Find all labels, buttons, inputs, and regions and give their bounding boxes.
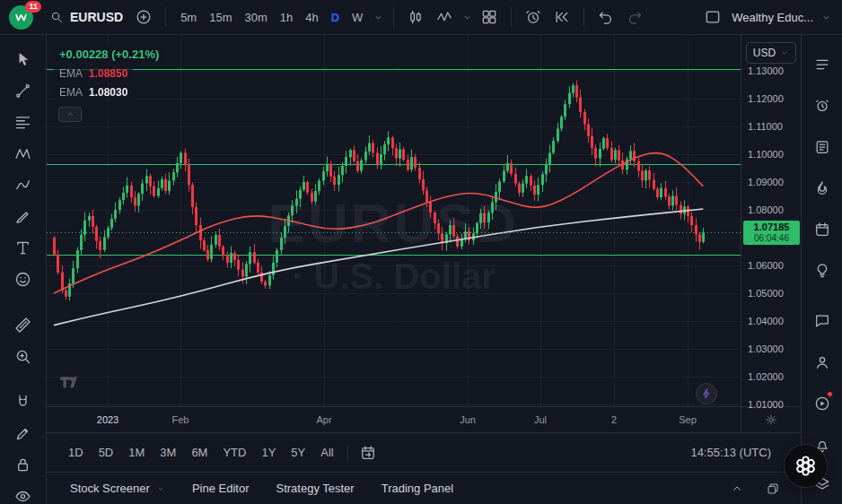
- price-tick: 1.06000: [748, 259, 784, 272]
- time-axis[interactable]: 2023FebAprJunJul2Sep: [47, 407, 741, 432]
- maximize-panel-button[interactable]: [759, 476, 786, 501]
- layout-square-icon: [704, 8, 722, 26]
- eye-tool[interactable]: [6, 481, 40, 504]
- collapse-panel-button[interactable]: [724, 476, 750, 501]
- layout-name-button[interactable]: Wealthy Educ...: [728, 7, 817, 28]
- brush-icon: [13, 207, 32, 226]
- ideas-panel-button[interactable]: [805, 250, 839, 291]
- price-axis[interactable]: USD 1.130001.120001.110001.100001.090001…: [741, 35, 801, 406]
- chart-settings-button[interactable]: [758, 407, 785, 432]
- range-1d-button[interactable]: 1D: [61, 440, 91, 465]
- timeframe-30m-button[interactable]: 30m: [238, 6, 273, 29]
- bar-replay-button[interactable]: [548, 4, 575, 30]
- text-tool[interactable]: [6, 232, 40, 264]
- lightning-button[interactable]: [696, 383, 717, 404]
- time-label: Sep: [679, 414, 697, 425]
- chat-icon: [813, 312, 831, 330]
- ema-indicator-row-1[interactable]: EMA 1.08850: [54, 66, 133, 81]
- replay-icon: [553, 8, 571, 26]
- forecast-icon: [13, 176, 32, 195]
- create-alert-button[interactable]: [520, 4, 547, 30]
- ruler-icon: [13, 316, 32, 335]
- sidebar-group: [805, 44, 839, 291]
- range-all-button[interactable]: All: [313, 440, 340, 465]
- chat-panel-button[interactable]: [805, 300, 839, 342]
- search-icon: [49, 10, 64, 24]
- legend-collapse-button[interactable]: [58, 107, 82, 122]
- magnet-tool[interactable]: [6, 387, 40, 418]
- streams-panel-button[interactable]: [805, 342, 839, 383]
- axis-corner: [741, 407, 801, 432]
- cursor-tool[interactable]: [6, 44, 40, 75]
- range-6m-button[interactable]: 6M: [184, 440, 215, 465]
- timeframe-w-button[interactable]: W: [346, 6, 369, 29]
- fib-retracement-tool[interactable]: [6, 107, 40, 138]
- range-1y-button[interactable]: 1Y: [254, 440, 283, 465]
- timeframe-15m-button[interactable]: 15m: [203, 6, 238, 29]
- range-1m-button[interactable]: 1M: [121, 440, 152, 465]
- app-logo[interactable]: 11: [9, 5, 33, 30]
- tradingview-logo[interactable]: [60, 377, 82, 394]
- xabcd-pattern-tool[interactable]: [6, 138, 40, 169]
- news-panel-button[interactable]: [805, 126, 839, 168]
- tool-group: [6, 387, 40, 504]
- watchlist-panel-button[interactable]: [805, 44, 839, 85]
- trend-line-tool[interactable]: [6, 75, 40, 107]
- trading-panel-tab[interactable]: Trading Panel: [373, 476, 462, 500]
- tool-group: [6, 44, 40, 295]
- grid-layout-button[interactable]: [476, 4, 503, 30]
- chart-style-button[interactable]: [402, 4, 429, 30]
- layout-menu-button[interactable]: [819, 4, 833, 30]
- ema-label: EMA: [59, 67, 83, 80]
- timeframe-menu-button[interactable]: [371, 4, 385, 30]
- strategy-tester-tab[interactable]: Strategy Tester: [267, 476, 363, 500]
- currency-dropdown[interactable]: USD: [746, 42, 796, 64]
- chevron-down-icon: [156, 484, 165, 493]
- range-3m-button[interactable]: 3M: [153, 440, 183, 465]
- status-bar: Stock Screener Pine Editor Strategy Test…: [47, 472, 801, 504]
- main-area: EURUSD · U.S. Dollar +0.00228 (+0.21%) E…: [0, 35, 842, 504]
- lock-tool[interactable]: [6, 449, 40, 481]
- go-to-date-button[interactable]: [355, 440, 382, 465]
- live-panel-button[interactable]: [805, 383, 839, 424]
- forecast-tool[interactable]: [6, 169, 40, 201]
- range-5d-button[interactable]: 5D: [92, 440, 121, 465]
- chatgpt-logo[interactable]: [785, 445, 827, 487]
- indicators-icon: [435, 8, 453, 26]
- price-tick: 1.11000: [748, 120, 783, 133]
- range-toolbar: 1D5D1M3M6MYTD1Y5YAll 14:55:13 (UTC): [47, 432, 801, 472]
- alerts-panel-button[interactable]: [805, 85, 839, 126]
- layout-select-button[interactable]: [699, 4, 726, 30]
- brush-tool[interactable]: [6, 201, 40, 232]
- redo-button[interactable]: [621, 4, 648, 30]
- grid-icon: [480, 8, 498, 26]
- emoji-icon: [13, 270, 32, 289]
- symbol-search-button[interactable]: EURUSD: [44, 6, 128, 28]
- emoji-tool[interactable]: [6, 264, 40, 295]
- price-tick: 1.09000: [748, 176, 784, 188]
- undo-button[interactable]: [592, 4, 619, 30]
- range-buttons: 1D5D1M3M6MYTD1Y5YAll: [61, 440, 341, 465]
- watchlist-icon: [813, 56, 831, 74]
- timeframe-1h-button[interactable]: 1h: [274, 6, 299, 29]
- timeframe-5m-button[interactable]: 5m: [174, 6, 203, 29]
- right-sidebar: [801, 35, 842, 504]
- stock-screener-tab[interactable]: Stock Screener: [61, 476, 174, 500]
- timeframe-d-button[interactable]: D: [325, 6, 346, 29]
- clock-label[interactable]: 14:55:13 (UTC): [690, 446, 771, 459]
- price-tick: 1.13000: [748, 65, 784, 77]
- timeframe-4h-button[interactable]: 4h: [299, 6, 324, 29]
- range-5y-button[interactable]: 5Y: [284, 440, 312, 465]
- ema-indicator-row-2[interactable]: EMA 1.08030: [54, 85, 133, 100]
- zoom-in-tool[interactable]: [6, 341, 40, 372]
- pine-editor-tab[interactable]: Pine Editor: [183, 476, 259, 500]
- ruler-tool[interactable]: [6, 309, 40, 341]
- calendar-panel-button[interactable]: [805, 209, 839, 250]
- compare-add-symbol-button[interactable]: [130, 4, 157, 30]
- edit-tool[interactable]: [6, 418, 40, 449]
- indicators-button[interactable]: [431, 4, 458, 30]
- hotlists-panel-button[interactable]: [805, 168, 839, 209]
- indicator-templates-button[interactable]: [460, 4, 474, 30]
- range-ytd-button[interactable]: YTD: [215, 440, 253, 465]
- last-price-value: 1.07185: [743, 222, 800, 233]
